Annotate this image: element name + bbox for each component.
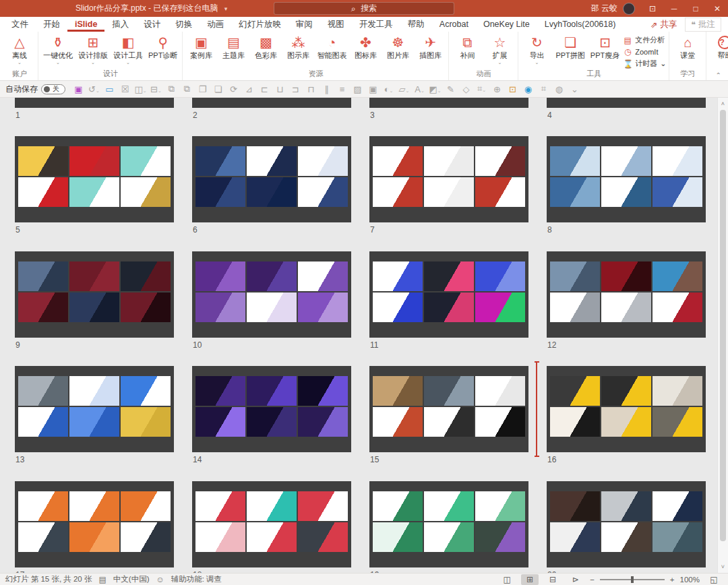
tab-开始[interactable]: 开始	[36, 17, 67, 32]
table-grid-icon[interactable]: ⌗	[536, 84, 551, 94]
view-slideshow-button[interactable]: ⊳	[567, 574, 584, 585]
button-PPT拼图[interactable]: ❏PPT拼图	[553, 34, 586, 60]
distribute-horizontal-icon[interactable]: ∥	[319, 84, 334, 94]
align-right-icon[interactable]: ⊐	[288, 84, 303, 94]
spell-check-icon[interactable]: ▤	[98, 575, 106, 584]
slide-thumbnail-10[interactable]: 10	[192, 251, 351, 338]
slide-thumbnail-15[interactable]: 15	[369, 366, 528, 452]
button-插图库[interactable]: ✈插图库	[415, 34, 446, 60]
view-normal-button[interactable]: ◫	[498, 574, 516, 585]
reset-icon[interactable]: ⊟⌄	[148, 84, 164, 94]
align-top-icon[interactable]: ⊓	[303, 84, 319, 94]
button-课堂[interactable]: ⌂课堂	[672, 34, 703, 60]
avatar[interactable]	[623, 3, 635, 15]
search-input[interactable]: ⌕ 搜索	[274, 2, 454, 15]
tab-帮助[interactable]: 帮助	[400, 17, 432, 32]
slide-thumbnail-16[interactable]: 16	[547, 366, 706, 452]
slide-thumbnail-9[interactable]: 9	[15, 251, 174, 338]
scroll-down-icon[interactable]: ˅	[718, 562, 728, 572]
distribute-vertical-icon[interactable]: ≡	[334, 84, 350, 94]
view-reading-button[interactable]: ⊟	[544, 574, 562, 585]
slide-sorter-canvas[interactable]: 2019181716151413121110987654321 ˄ ˅	[0, 98, 728, 573]
align-left-icon[interactable]: ⊏	[257, 84, 272, 94]
ribbon-display-options-icon[interactable]: ⊡	[642, 0, 663, 17]
shape-fill-icon[interactable]: ◐⌄	[381, 84, 396, 94]
undo-icon[interactable]: ↺⌄	[86, 84, 102, 94]
tab-Acrobat[interactable]: Acrobat	[432, 17, 476, 32]
zoom-slider[interactable]	[600, 579, 665, 580]
button-离线[interactable]: △离线⌄	[4, 34, 35, 65]
view-slide-sorter-button[interactable]: ⊞	[521, 574, 539, 585]
button-文件分析[interactable]: ▤文件分析	[623, 35, 666, 45]
qat-more-icon[interactable]: ⌄	[567, 84, 582, 94]
bring-forward-icon[interactable]: ⧉	[164, 84, 179, 94]
button-设计工具[interactable]: ◧设计工具⌄	[111, 34, 145, 65]
slide-thumbnail-8[interactable]: 8	[547, 136, 706, 222]
slide-thumbnail-6[interactable]: 6	[192, 136, 351, 222]
scrollbar-thumb[interactable]	[720, 110, 726, 541]
align-center-icon[interactable]: ⊔	[272, 84, 288, 94]
merge-shapes-icon[interactable]: ⊕	[489, 84, 505, 94]
tab-LvyhTools(200618)[interactable]: LvyhTools(200618)	[537, 17, 624, 32]
slide-thumbnail-12[interactable]: 12	[547, 251, 706, 338]
zoom-level[interactable]: 100%	[680, 576, 700, 584]
eraser-icon[interactable]: ◇	[458, 84, 474, 94]
button-导出[interactable]: ↻导出⌄	[521, 34, 552, 65]
button-智能图表[interactable]: ◔智能图表	[315, 34, 348, 60]
slide-thumbnail-7[interactable]: 7	[369, 136, 528, 222]
rotate-icon[interactable]: ⟳	[226, 84, 241, 94]
tab-视图[interactable]: 视图	[320, 17, 352, 32]
tab-设计[interactable]: 设计	[136, 17, 168, 32]
slide-thumbnail-4[interactable]: 4	[547, 98, 706, 108]
crop-icon[interactable]: ⌗⌄	[474, 84, 489, 94]
button-ZoomIt[interactable]: ◷ZoomIt	[623, 47, 666, 57]
tab-切换[interactable]: 切换	[168, 17, 200, 32]
new-slide-icon[interactable]: ▭	[102, 84, 117, 94]
button-案例库[interactable]: ▣案例库	[185, 34, 216, 60]
button-设计排版[interactable]: ⊞设计排版⌄	[76, 34, 110, 65]
tab-审阅[interactable]: 审阅	[289, 17, 320, 32]
selection-box-icon[interactable]: ⊡	[505, 84, 520, 94]
zoom-in-icon[interactable]: +	[670, 576, 675, 584]
button-PPT瘦身[interactable]: ⊡PPT瘦身	[588, 34, 621, 60]
tab-开发工具[interactable]: 开发工具	[352, 17, 400, 32]
delete-placeholder-icon[interactable]: ☒	[117, 84, 133, 94]
picture-frame-icon[interactable]: ▣	[365, 84, 381, 94]
scroll-up-icon[interactable]: ˄	[718, 99, 728, 109]
slide-thumbnail-14[interactable]: 14	[192, 366, 351, 452]
slide-thumbnail-17[interactable]: 17	[15, 481, 174, 567]
user-name[interactable]: 邵 云蛟	[591, 3, 617, 14]
slide-thumbnail-20[interactable]: 20	[547, 481, 706, 567]
eyedropper-icon[interactable]: ◉	[520, 84, 536, 94]
fit-to-window-icon[interactable]: ◱	[705, 574, 723, 585]
button-图示库[interactable]: ⁂图示库	[282, 34, 313, 60]
zoom-slider-thumb[interactable]	[631, 576, 634, 583]
layout-icon[interactable]: ◫⌄	[133, 84, 148, 94]
save-icon[interactable]: ▣	[71, 84, 86, 94]
chart-icon[interactable]: ⊿	[241, 84, 257, 94]
button-扩展[interactable]: ☆扩展⌄	[484, 34, 515, 65]
slide-thumbnail-5[interactable]: 5	[15, 136, 174, 222]
minimize-icon[interactable]: ─	[663, 0, 685, 17]
button-一键优化[interactable]: ⚱一键优化⌄	[41, 34, 75, 65]
tab-插入[interactable]: 插入	[104, 17, 136, 32]
font-color-icon[interactable]: A⌄	[412, 84, 427, 94]
disabled-circle-icon[interactable]: ◍	[551, 84, 567, 94]
slide-position-indicator[interactable]: 幻灯片 第 15 张, 共 20 张	[5, 574, 92, 584]
button-帮助[interactable]: ?帮助	[709, 34, 728, 60]
button-图片库[interactable]: ☸图片库	[382, 34, 413, 60]
send-backward-icon[interactable]: ⧉	[179, 84, 195, 94]
format-painter-icon[interactable]: ✎	[443, 84, 458, 94]
button-补间[interactable]: ⧉补间	[452, 34, 483, 60]
slide-thumbnail-2[interactable]: 2	[192, 98, 351, 108]
comment-button[interactable]: ❝ 批注	[685, 18, 721, 32]
slide-thumbnail-18[interactable]: 18	[192, 481, 351, 567]
button-主题库[interactable]: ▤主题库	[218, 34, 249, 60]
slide-thumbnail-3[interactable]: 3	[369, 98, 528, 108]
picture-icon[interactable]: ▨	[350, 84, 365, 94]
tab-文件[interactable]: 文件	[4, 17, 36, 32]
button-PPT诊断[interactable]: ⚲PPT诊断	[146, 34, 179, 60]
fill-color-icon[interactable]: ◩⌄	[427, 84, 443, 94]
autosave-toggle[interactable]: 自动保存 关	[5, 84, 65, 95]
vertical-scrollbar[interactable]: ˄ ˅	[717, 98, 728, 573]
